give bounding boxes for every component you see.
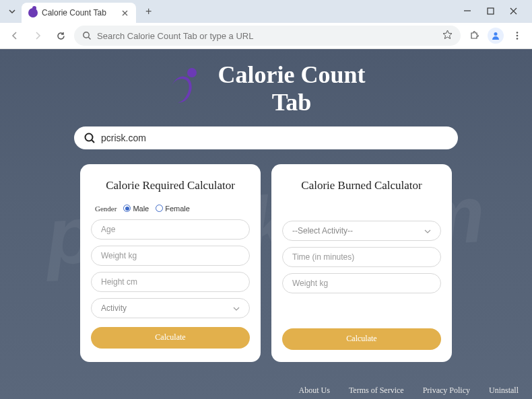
arrow-right-icon [32,30,43,41]
gender-female-radio[interactable]: Female [156,205,190,213]
menu-button[interactable] [508,26,527,45]
svg-point-5 [517,32,519,34]
svg-point-4 [494,32,498,36]
search-icon [82,31,92,40]
chevron-down-icon [424,227,431,235]
person-icon [490,30,501,41]
puzzle-icon [469,30,479,41]
new-tab-button[interactable]: + [141,3,156,20]
spacer [282,205,441,221]
search-icon [84,132,96,144]
browser-chrome: Calorie Count Tab + [0,0,532,49]
calculate-required-button[interactable]: Calculate [91,327,250,349]
spacer [282,299,441,326]
dots-vertical-icon [512,31,522,40]
app-logo-icon [167,68,206,107]
page-content: pcrisk.com Calorie Count Tab Calorie Req… [0,49,532,399]
radio-icon [123,205,131,212]
age-field[interactable]: Age [91,219,250,240]
calculate-burned-button[interactable]: Calculate [282,328,441,350]
svg-point-7 [517,38,519,40]
title-line2: Tab [218,89,366,116]
uninstall-link[interactable]: Uninstall [489,386,519,396]
svg-rect-1 [488,8,494,14]
activity-select[interactable]: Activity [91,298,250,318]
minimize-button[interactable] [462,7,473,17]
svg-point-2 [84,32,89,38]
privacy-link[interactable]: Privacy Policy [423,386,470,396]
calorie-burned-card: Calorie Burned Calculator --Select Activ… [271,164,452,362]
reload-icon [56,31,66,41]
hero: Calorie Count Tab [0,49,532,117]
title-line1: Calorie Count [218,61,366,89]
placeholder-text: Activity [101,303,127,313]
back-button[interactable] [5,26,24,45]
search-bar[interactable] [74,126,458,149]
about-link[interactable]: About Us [299,386,330,396]
tab-bar: Calorie Count Tab + [0,0,532,23]
close-tab-button[interactable] [121,8,129,18]
browser-tab[interactable]: Calorie Count Tab [22,3,136,23]
placeholder-text: Weight kg [292,279,328,288]
arrow-left-icon [9,30,20,41]
male-label: Male [133,205,149,213]
chevron-down-icon [233,304,240,312]
forward-button[interactable] [28,26,47,45]
placeholder-text: Age [101,225,115,234]
calculator-cards: Calorie Required Calculator Gender Male … [0,164,532,362]
profile-button[interactable] [488,28,504,44]
omnibox-input[interactable] [97,31,437,41]
svg-line-3 [88,37,90,39]
bookmark-button[interactable] [442,30,453,42]
maximize-icon [487,7,494,15]
placeholder-text: Time (in minutes) [292,252,354,262]
card-title: Calorie Burned Calculator [282,179,441,192]
minimize-icon [463,7,471,15]
female-label: Female [165,205,190,213]
weight-field[interactable]: Weight kg [91,246,250,266]
extensions-button[interactable] [465,26,484,45]
gender-row: Gender Male Female [95,205,246,213]
tos-link[interactable]: Terms of Service [349,386,404,396]
search-input[interactable] [101,133,448,143]
tab-favicon-icon [28,8,38,17]
gender-male-radio[interactable]: Male [123,205,149,213]
close-icon [510,7,517,15]
card-title: Calorie Required Calculator [91,179,250,192]
burned-weight-field[interactable]: Weight kg [282,273,441,293]
address-bar[interactable] [74,26,461,46]
svg-point-8 [86,133,93,141]
page-title: Calorie Count Tab [218,61,366,117]
radio-icon [156,205,163,212]
close-window-button[interactable] [508,7,519,17]
close-icon [122,10,128,16]
reload-button[interactable] [51,26,70,45]
svg-line-9 [92,140,94,143]
placeholder-text: --Select Activity-- [292,226,353,235]
gender-label: Gender [95,205,117,213]
svg-point-6 [517,35,519,37]
footer-links: About Us Terms of Service Privacy Policy… [299,386,519,396]
height-field[interactable]: Height cm [91,272,250,292]
burned-activity-select[interactable]: --Select Activity-- [282,221,441,241]
time-field[interactable]: Time (in minutes) [282,247,441,267]
star-icon [442,30,453,40]
window-controls [462,7,527,17]
toolbar [0,23,532,48]
placeholder-text: Weight kg [101,251,137,260]
tabs-dropdown-button[interactable] [5,5,19,18]
maximize-button[interactable] [485,7,496,17]
calorie-required-card: Calorie Required Calculator Gender Male … [80,164,261,362]
placeholder-text: Height cm [101,277,137,287]
chevron-down-icon [8,7,16,15]
tab-title: Calorie Count Tab [42,8,106,17]
